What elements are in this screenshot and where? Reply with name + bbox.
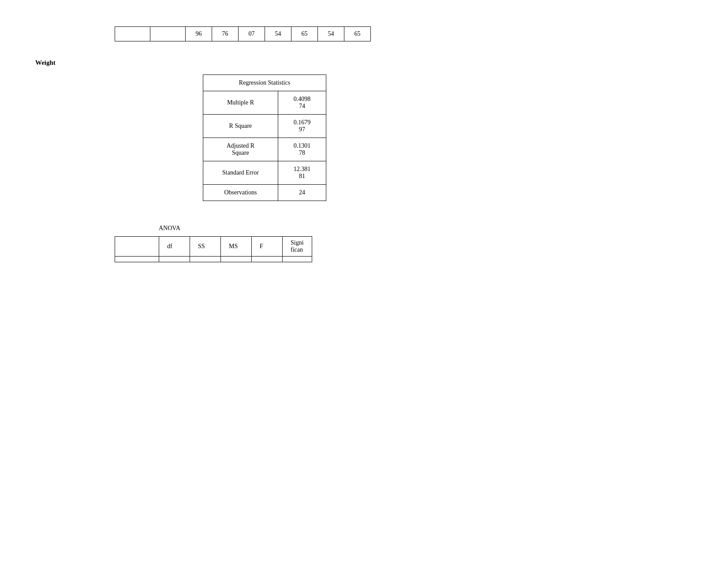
standard-error-value: 12.38181	[278, 161, 326, 185]
regression-statistics-header: Regression Statistics	[203, 75, 326, 91]
top-table-container: 96 76 07 54 65 54 65	[35, 26, 693, 41]
table-row: Adjusted RSquare 0.130178	[203, 138, 326, 161]
weight-section: Weight Regression Statistics Multiple R …	[35, 59, 693, 203]
multiple-r-label: Multiple R	[203, 91, 278, 115]
adjusted-r-square-value: 0.130178	[278, 138, 326, 161]
anova-f-value	[252, 257, 283, 262]
observations-label: Observations	[203, 185, 278, 201]
table-cell-empty1	[115, 27, 150, 41]
r-square-label: R Square	[203, 115, 278, 138]
table-cell-76: 76	[212, 27, 239, 41]
anova-df-header: df	[159, 237, 190, 257]
table-row: Multiple R 0.409874	[203, 91, 326, 115]
anova-significan-value	[283, 257, 312, 262]
table-cell-07: 07	[239, 27, 265, 41]
table-row: R Square 0.167997	[203, 115, 326, 138]
anova-ss-value	[190, 257, 221, 262]
anova-f-header: F	[252, 237, 283, 257]
table-cell-65b: 65	[344, 27, 371, 41]
anova-empty-cell	[115, 237, 159, 257]
weight-label: Weight	[35, 59, 693, 67]
multiple-r-value: 0.409874	[278, 91, 326, 115]
standard-error-label: Standard Error	[203, 161, 278, 185]
regression-statistics-table: Regression Statistics Multiple R 0.40987…	[203, 74, 326, 201]
anova-label: ANOVA	[159, 225, 693, 232]
adjusted-r-square-label: Adjusted RSquare	[203, 138, 278, 161]
anova-table-wrapper: df SS MS F Significan	[115, 236, 693, 262]
anova-ms-value	[221, 257, 252, 262]
anova-ms-header: MS	[221, 237, 252, 257]
table-cell-empty2	[150, 27, 186, 41]
anova-section: ANOVA df SS MS F Significan	[35, 225, 693, 262]
table-cell-54b: 54	[318, 27, 344, 41]
top-data-table: 96 76 07 54 65 54 65	[115, 26, 371, 41]
table-row: Observations 24	[203, 185, 326, 201]
table-cell-96: 96	[186, 27, 212, 41]
anova-df-value	[159, 257, 190, 262]
table-cell-65a: 65	[291, 27, 318, 41]
table-cell-54a: 54	[265, 27, 291, 41]
table-row	[115, 257, 312, 262]
regression-table-wrapper: Regression Statistics Multiple R 0.40987…	[203, 74, 326, 201]
table-row: 96 76 07 54 65 54 65	[115, 27, 371, 41]
observations-value: 24	[278, 185, 326, 201]
anova-empty-cell2	[115, 257, 159, 262]
table-row: df SS MS F Significan	[115, 237, 312, 257]
anova-ss-header: SS	[190, 237, 221, 257]
anova-table: df SS MS F Significan	[115, 236, 312, 262]
r-square-value: 0.167997	[278, 115, 326, 138]
anova-significan-header: Significan	[283, 237, 312, 257]
table-row: Standard Error 12.38181	[203, 161, 326, 185]
